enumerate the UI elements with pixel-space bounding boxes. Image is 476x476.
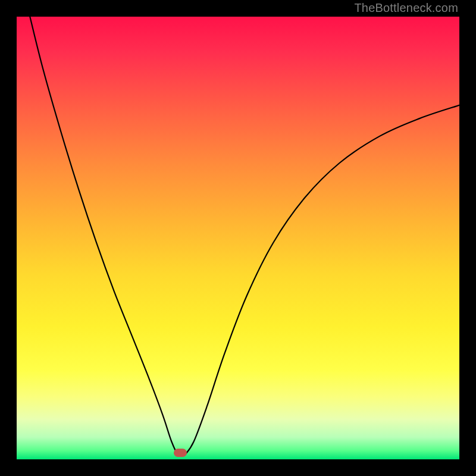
- plot-area: [17, 17, 459, 459]
- chart-frame: TheBottleneck.com: [0, 0, 476, 476]
- watermark-text: TheBottleneck.com: [354, 1, 458, 15]
- optimal-marker: [174, 449, 187, 457]
- bottleneck-curve: [17, 17, 459, 459]
